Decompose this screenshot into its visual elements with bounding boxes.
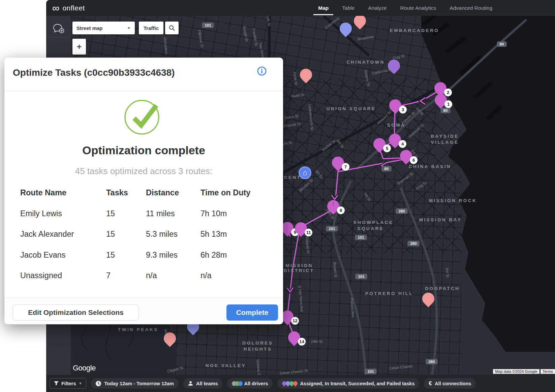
teams-icon [188,381,193,386]
filter-pill-task-pins[interactable]: Assigned, In transit, Succeeded, and Fai… [277,378,419,389]
neighborhood-label: MISSION ROCK [429,198,477,203]
onfleet-logo: ∞ onfleet [52,0,85,16]
neighborhood-label: MISSION BAY [419,217,462,222]
bottom-filter-bar: Filters ▼ Today 12am - Tomorrow 12amAll … [46,375,555,392]
pin-number-badge: 11 [305,229,312,236]
highway-shield: 101 [355,235,367,240]
pill-label: Today 12am - Tomorrow 12am [104,381,174,386]
table-cell-r0c1: 15 [106,209,146,218]
in-transit-arrow-icon: ↑ [327,201,339,208]
home-marker[interactable]: ⌂ [299,166,311,179]
highway-shield: 80 [382,166,392,171]
highway-shield: 101 [365,369,376,374]
tab-analyze[interactable]: Analyze [363,0,392,16]
map-type-value: Street map [76,25,103,31]
funnel-icon [54,381,59,386]
optimize-tasks-modal: Optimize Tasks (c0cc90b3933c4638) Optimi… [4,58,283,324]
table-cell-r2c2: 9.3 miles [146,251,201,260]
info-icon[interactable] [257,66,267,76]
neighborhood-label: DOGPATCH [425,286,460,291]
pin-number-badge: 4 [399,140,406,148]
chevron-down-icon: ▼ [127,26,131,30]
filters-label: Filters [61,381,76,386]
table-cell-r1c3: 5h 13m [201,230,268,239]
modal-title: Optimize Tasks (c0cc90b3933c4638) [13,67,175,78]
drivers-icon [232,381,241,386]
highway-shield: 280 [426,359,437,364]
top-bar: ∞ onfleet MapTableAnalyzeRoute Analytics… [46,0,555,16]
neighborhood-label: SHOWPLACE [353,220,393,225]
connections-icon: € [429,381,432,387]
neighborhood-label: VILLAGE [431,140,459,145]
filter-pill-clock[interactable]: Today 12am - Tomorrow 12am [91,378,179,389]
terms-link[interactable]: Terms [541,369,555,374]
pin-number-badge: 7 [342,163,349,171]
edit-optimization-selections-button[interactable]: Edit Optimization Selections [13,304,139,321]
logo-wordmark: onfleet [62,4,85,12]
highway-shield: 80 [497,41,507,47]
table-cell-r3c1: 7 [106,271,146,280]
map-search-button[interactable] [165,22,179,34]
neighborhood-label: POTRERO HILL [365,291,413,296]
table-cell-r2c3: 6h 28m [201,251,268,260]
pill-label: Assigned, In transit, Succeeded, and Fai… [300,381,414,386]
highway-shield: 280 [407,241,419,246]
neighborhood-label: UNION SQUARE [326,106,376,111]
tab-map[interactable]: Map [313,0,334,16]
success-check-icon [124,99,163,136]
table-cell-r3c2: n/a [146,271,201,280]
tab-route-analytics[interactable]: Route Analytics [395,0,441,16]
filter-pill-teams[interactable]: All teams [183,378,222,389]
tab-table[interactable]: Table [337,0,360,16]
infinity-logo-icon: ∞ [52,3,59,13]
page: ∞ onfleet MapTableAnalyzeRoute Analytics… [0,0,555,392]
pin-number-badge: 5 [383,144,391,152]
zoom-in-button[interactable]: + [72,39,86,55]
pill-label: All teams [196,381,218,386]
pill-label: All connections [435,381,471,386]
pin-number-badge: 3 [399,106,407,113]
highway-shield: 80 [441,108,451,113]
routes-table: Route NameTasksDistanceTime on DutyEmily… [20,183,268,286]
pill-label: All drivers [244,381,268,386]
table-header-3: Time on Duty [201,188,268,197]
neighborhood-label: DOLORES [242,340,273,346]
bay-water [421,16,555,352]
traffic-button[interactable]: Traffic [139,22,163,34]
pin-number-badge: 1 [444,100,452,108]
neighborhood-label: TWIN PEAKS [118,327,158,332]
clock-icon [96,381,101,386]
highway-shield: 101 [326,226,338,231]
neighborhood-label: EMBARCADERO [390,28,439,33]
table-cell-r2c0: Jacob Evans [20,251,106,260]
street-label: 3rd St [445,267,450,277]
map-data-text: Map data ©2024 Google [493,369,539,374]
filter-pill-drivers[interactable]: All drivers [227,378,273,389]
optimization-complete-heading: Optimization complete [4,144,283,157]
table-cell-r3c3: n/a [201,271,268,280]
filter-pill-connections[interactable]: €All connections [424,378,476,389]
highway-shield: 101 [355,274,367,279]
table-header-2: Distance [146,188,201,197]
table-cell-r0c0: Emily Lewis [20,209,106,218]
tab-advanced-routing[interactable]: Advanced Routing [444,0,498,16]
neighborhood-label: BAYSIDE [431,134,459,139]
pin-number-badge: 12 [291,317,299,325]
neighborhood-label: CHINA BASIN [409,164,452,169]
sidebar-divider [46,37,71,38]
table-cell-r0c2: 11 miles [146,209,201,218]
search-icon [169,25,175,31]
complete-button[interactable]: Complete [226,304,278,321]
modal-header: Optimize Tasks (c0cc90b3933c4638) [4,58,283,91]
map-type-dropdown[interactable]: Street map ▼ [72,22,135,34]
chevron-down-icon: ▼ [79,382,82,385]
new-message-icon[interactable] [51,21,66,36]
filters-button[interactable]: Filters ▼ [50,378,86,389]
modal-footer: Edit Optimization Selections Complete [4,297,283,324]
map-attribution: Map data ©2024 Google Terms [493,369,555,374]
table-cell-r2c1: 15 [106,251,146,260]
neighborhood-label: NOE VALLEY [206,363,246,368]
table-cell-r3c0: Unassigned [20,271,106,280]
highway-shield: 101 [202,23,214,28]
highway-shield: 280 [396,208,407,214]
